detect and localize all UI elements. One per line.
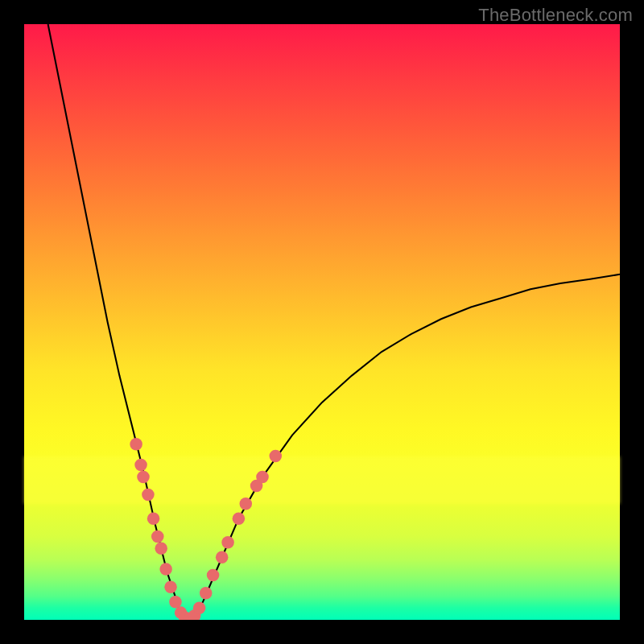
- data-point: [130, 438, 142, 451]
- data-point: [137, 471, 150, 484]
- data-point: [221, 536, 234, 549]
- data-point: [147, 512, 160, 525]
- plot-area: [24, 24, 620, 620]
- curve-right: [188, 275, 621, 620]
- data-point: [142, 489, 155, 502]
- curve-left: [48, 24, 188, 620]
- data-point: [270, 450, 283, 463]
- data-point: [159, 563, 172, 576]
- data-point: [151, 530, 164, 543]
- data-point: [193, 601, 206, 614]
- curve-svg: [24, 24, 620, 620]
- data-point: [207, 569, 220, 582]
- chart-frame: TheBottleneck.com: [0, 0, 644, 644]
- data-point: [256, 471, 269, 484]
- watermark-text: TheBottleneck.com: [478, 5, 633, 26]
- data-point: [216, 551, 229, 564]
- data-point: [169, 596, 182, 609]
- data-point: [134, 459, 147, 472]
- data-point: [164, 581, 177, 594]
- highlight-points: [130, 438, 282, 620]
- data-point: [240, 497, 253, 510]
- data-point: [233, 512, 246, 525]
- data-point: [200, 587, 213, 600]
- data-point: [155, 542, 167, 555]
